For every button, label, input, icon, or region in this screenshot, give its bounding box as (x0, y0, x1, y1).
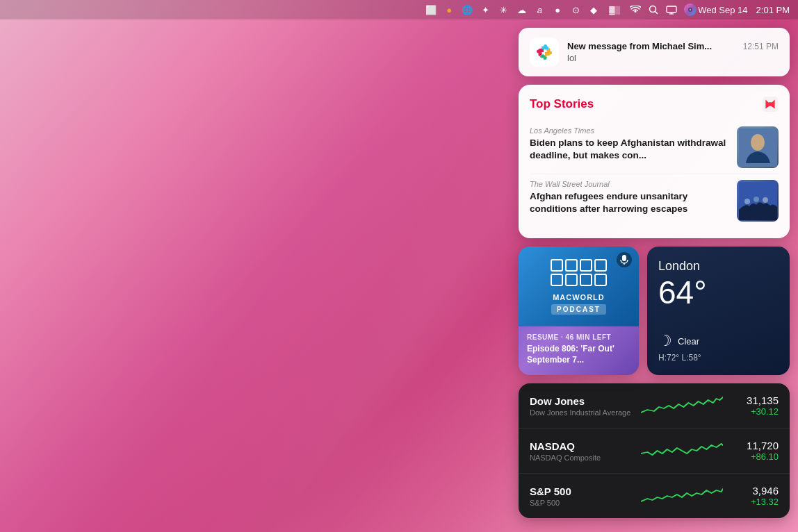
macworld-squares (551, 259, 607, 286)
notification-time: 12:51 PM (743, 42, 779, 51)
stock-price-sp500: 3,946 (723, 485, 779, 497)
notification-title: New message from Michael Sim... 12:51 PM (567, 41, 779, 51)
story-1-content: Los Angeles Times Biden plans to keep Af… (530, 126, 728, 161)
stock-row-nasdaq[interactable]: NASDAQ NASDAQ Composite 11,720 +86.10 (519, 429, 790, 474)
svg-point-23 (763, 197, 768, 203)
stock-change-nasdaq: +86.10 (723, 451, 779, 462)
stock-row-sp500[interactable]: S&P 500 S&P 500 3,946 +13.32 (519, 474, 790, 518)
stock-fullname-sp500: S&P 500 (530, 499, 641, 507)
stock-values-sp500: 3,946 +13.32 (723, 485, 779, 507)
stock-chart-sp500 (641, 483, 723, 508)
podcast-resume: RESUME · 46 MIN LEFT (527, 333, 630, 341)
globe-icon[interactable]: 🌐 (460, 3, 474, 17)
stock-row-dow[interactable]: Dow Jones Dow Jones Industrial Average 3… (519, 383, 790, 429)
story-1-headline: Biden plans to keep Afghanistan withdraw… (530, 137, 728, 161)
svg-rect-9 (537, 50, 540, 53)
menubar: ⬜ ● 🌐 ✦ ✳ ☁ a ● ⊙ ◆ ▓▒ (0, 0, 798, 19)
cloud-icon[interactable]: ☁ (514, 3, 528, 17)
widget-header: Top Stories (530, 96, 779, 113)
wifi-icon[interactable] (628, 3, 642, 17)
slack-icon (530, 38, 559, 67)
weather-range: H:72° L:58° (658, 353, 779, 363)
apple-news-icon (762, 96, 779, 113)
screenium-icon[interactable]: ⬜ (424, 3, 438, 17)
battery-icon[interactable]: ▓▒ (605, 3, 624, 17)
privacy-icon[interactable]: ⊙ (569, 3, 583, 17)
stock-change-dow: +30.12 (723, 406, 779, 417)
podcast-episode: Episode 806: 'Far Out' September 7... (527, 344, 630, 365)
podcast-widget[interactable]: Macworld PODCAST RESUME · 46 MIN LEFT (519, 247, 639, 375)
display-icon[interactable] (665, 3, 678, 17)
weather-city: London (658, 259, 779, 274)
story-2-source: The Wall Street Journal (530, 180, 728, 188)
stock-info-dow: Dow Jones Dow Jones Industrial Average (530, 395, 641, 417)
stock-name-sp500: S&P 500 (530, 485, 641, 497)
bear-icon[interactable]: ◆ (587, 3, 601, 17)
whatsapp-icon[interactable]: ● (551, 3, 564, 17)
podcast-info: RESUME · 46 MIN LEFT Episode 806: 'Far O… (519, 326, 639, 372)
top-stories-title: Top Stories (530, 97, 594, 111)
top-stories-widget[interactable]: Top Stories Los Angeles Times Bid (519, 85, 790, 238)
stock-change-sp500: +13.32 (723, 497, 779, 507)
svg-point-19 (751, 134, 765, 151)
podcast-label: PODCAST (551, 304, 606, 315)
sourcetree-icon[interactable]: ● (442, 3, 456, 17)
svg-point-0 (650, 6, 656, 13)
story-2[interactable]: The Wall Street Journal Afghan refugees … (530, 174, 779, 227)
svg-rect-11 (548, 51, 552, 55)
stock-name-nasdaq: NASDAQ (530, 440, 641, 452)
desktop: ⬜ ● 🌐 ✦ ✳ ☁ a ● ⊙ ◆ ▓▒ (0, 0, 798, 532)
stock-values-nasdaq: 11,720 +86.10 (723, 440, 779, 462)
story-2-headline: Afghan refugees endure unsanitary condit… (530, 190, 728, 215)
svg-line-1 (656, 12, 658, 15)
menubar-icons: ⬜ ● 🌐 ✦ ✳ ☁ a ● ⊙ ◆ ▓▒ (424, 3, 698, 17)
story-1-image (737, 126, 779, 168)
stock-price-nasdaq: 11,720 (723, 440, 779, 451)
svg-rect-17 (768, 102, 772, 106)
svg-point-7 (690, 9, 691, 10)
story-1-source: Los Angeles Times (530, 126, 728, 135)
stock-chart-dow (641, 393, 723, 418)
weather-condition-row: ☽ Clear (658, 332, 779, 350)
weather-condition: Clear (678, 336, 699, 347)
svg-rect-24 (622, 255, 626, 261)
stocks-widget[interactable]: Dow Jones Dow Jones Industrial Average 3… (519, 383, 790, 518)
svg-rect-15 (542, 47, 546, 50)
macworld-logo: Macworld PODCAST (551, 259, 607, 315)
stock-fullname-dow: Dow Jones Industrial Average (530, 408, 641, 417)
search-icon[interactable] (646, 3, 660, 17)
notification-content: New message from Michael Sim... 12:51 PM… (567, 41, 779, 63)
stock-values-dow: 31,135 +30.12 (723, 394, 779, 417)
stock-chart-nasdaq (641, 438, 723, 463)
notification-body: lol (567, 53, 779, 63)
moon-icon: ☽ (658, 332, 672, 350)
weather-temperature: 64° (658, 276, 779, 308)
stock-info-sp500: S&P 500 S&P 500 (530, 485, 641, 507)
menubar-date: Wed Sep 14 (698, 5, 747, 15)
podcast-mic-icon (617, 252, 632, 267)
story-2-image (737, 180, 779, 222)
svg-rect-13 (544, 56, 547, 60)
story-2-content: The Wall Street Journal Afghan refugees … (530, 180, 728, 215)
svg-point-22 (754, 197, 759, 202)
stock-info-nasdaq: NASDAQ NASDAQ Composite (530, 440, 641, 462)
instastats-icon[interactable]: ✳ (496, 3, 510, 17)
widgets-row: Macworld PODCAST RESUME · 46 MIN LEFT (519, 247, 790, 375)
widgets-panel: New message from Michael Sim... 12:51 PM… (519, 28, 790, 518)
svg-point-21 (744, 199, 750, 204)
script-icon[interactable]: a (532, 3, 546, 17)
weather-widget[interactable]: London 64° ☽ Clear H:72° L:58° (647, 247, 790, 375)
svg-rect-2 (667, 6, 676, 13)
stock-fullname-nasdaq: NASDAQ Composite (530, 454, 641, 462)
vinyls-icon[interactable] (683, 3, 698, 17)
workflow-icon[interactable]: ✦ (478, 3, 492, 17)
slack-notification[interactable]: New message from Michael Sim... 12:51 PM… (519, 28, 790, 76)
stock-price-dow: 31,135 (723, 394, 779, 406)
podcast-cover: Macworld PODCAST (519, 247, 639, 326)
menubar-time: 2:01 PM (756, 5, 790, 15)
stock-name-dow: Dow Jones (530, 395, 641, 407)
macworld-text: Macworld (553, 293, 605, 301)
story-1[interactable]: Los Angeles Times Biden plans to keep Af… (530, 121, 779, 174)
